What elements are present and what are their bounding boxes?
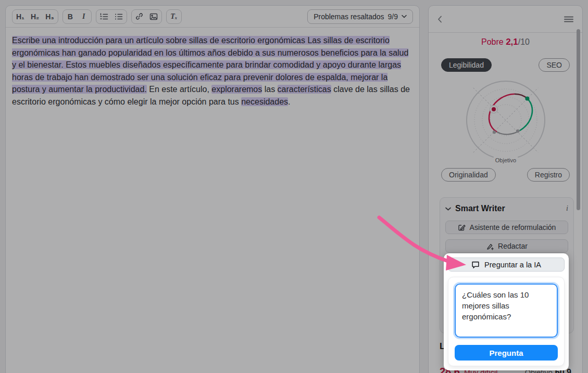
chat-bubble-icon: [471, 261, 480, 269]
ask-ai-button[interactable]: Preguntar a la IA: [448, 258, 565, 272]
ask-ai-label: Preguntar a la IA: [484, 261, 541, 269]
ask-ai-spotlight: Preguntar a la IA ¿Cuáles son las 10 mej…: [444, 253, 569, 370]
submit-question-button[interactable]: Pregunta: [455, 345, 558, 361]
ask-ai-popup: ¿Cuáles son las 10 mejores sillas ergonó…: [448, 277, 565, 366]
question-input[interactable]: ¿Cuáles son las 10 mejores sillas ergonó…: [455, 284, 558, 338]
